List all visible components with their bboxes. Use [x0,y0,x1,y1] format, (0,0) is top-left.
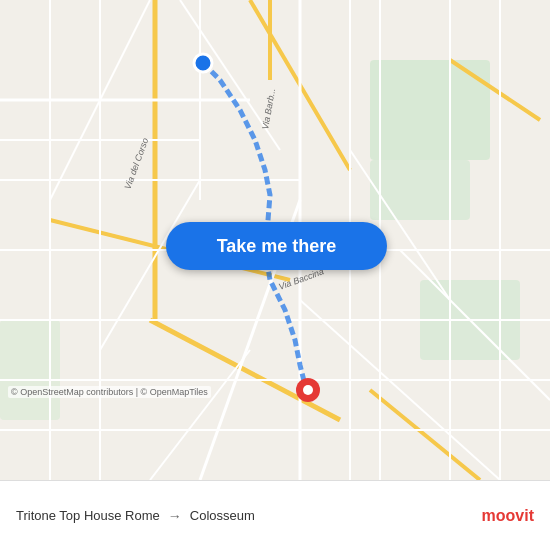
svg-text:Via del Corso: Via del Corso [122,137,150,191]
svg-text:Via Barb...: Via Barb... [260,87,277,130]
svg-line-11 [150,320,340,420]
map-label: Guja [230,20,251,31]
footer-destination: Colosseum [190,508,255,523]
map-label: OVS [230,45,251,56]
map-label: Melluso [210,55,244,66]
map-label: Upim [475,160,498,171]
map-label: Sidis [365,130,387,141]
map-label: Desigual [355,90,394,101]
svg-line-6 [250,0,350,170]
map-label: Kiko [160,5,179,16]
map-label: Palazzo Venezia [85,225,159,236]
svg-text:Via Baccina: Via Baccina [277,266,325,292]
svg-line-9 [370,390,480,480]
map-label: Colosseo [330,400,380,412]
copyright-text: © OpenStreetMap contributors | © OpenMap… [8,386,211,398]
svg-line-27 [50,0,150,200]
map-label: Gatti [60,270,81,281]
svg-rect-1 [370,60,490,160]
map-label: Blue Sand [350,20,396,31]
map-label: Venezia [80,248,116,259]
map-label: Roma [105,295,136,307]
map-label: Portico d'Ottavia [52,330,125,341]
map-label: Via in Selci [415,275,464,286]
svg-rect-4 [0,320,60,420]
map-label: Santi Cosma e Damiano [218,360,326,371]
map-label: Oceania [435,40,472,51]
map-label: LasaGnaM Colosseo [265,315,358,326]
map-label: Istituto Italiano di numismatica [380,25,514,36]
map-label: Mosè [360,310,384,321]
footer-origin: Tritone Top House Rome [16,508,160,523]
svg-rect-3 [420,280,520,360]
map-label: Pontificia Università Gregoriana [155,125,296,136]
map-label: Reliquia di San Giovanni Battista [55,42,201,53]
map-label: Piazza del Campidoglio [100,310,205,321]
map-label: ta sudans [310,418,353,429]
map-label: Stilo [405,140,424,151]
svg-line-31 [400,250,550,400]
map-label: Edicol... [510,28,546,39]
map-label: Geri sas [430,150,467,161]
map-label: Via Mecenate [460,380,521,391]
svg-line-34 [180,0,280,150]
map-label: Basilica Iulia [150,355,206,366]
map-label: Via Principe A... [450,105,520,116]
take-me-there-label: Take me there [217,236,337,257]
map-label: Sepno [195,40,224,51]
map-label: Crypto Balbi [50,285,104,296]
map-label: Templi dell'Area Sacra di [55,410,165,421]
map-label: Term... [510,65,541,76]
moovit-logo: moovit [482,507,534,525]
svg-point-35 [194,54,212,72]
map-label: Teatro di Marcello [52,350,131,361]
svg-point-37 [303,385,313,395]
map-label: Fontana di Trevi [130,96,202,107]
map-label: Coco Caffe [350,328,400,339]
map-label: Forum Nervae [180,308,244,319]
map-label: L'Erbolario [225,65,273,76]
footer-arrow-icon: → [168,508,182,524]
map-label: Coop [260,46,284,57]
map-label: Il Fuoco della fotografia [430,168,534,179]
map-label: Fincato [25,105,58,116]
map-label: Anglo American Bookshop [175,20,292,31]
map-label: McDonald's [210,5,262,16]
map-label: Tabacchi [490,50,529,61]
map-label: Copy point [38,298,86,309]
map-label: Terminl [500,100,532,111]
svg-line-32 [150,350,250,480]
map-label: Lazio Shop [455,140,505,151]
map-label: Palazzo G... [160,165,214,176]
map-label: Colos [305,370,331,381]
svg-point-36 [296,378,320,402]
footer-route: Tritone Top House Rome → Colosseum [16,508,482,524]
map-label: Via Torino [415,90,459,101]
moovit-brand-text: moovit [482,507,534,525]
svg-rect-2 [370,160,470,220]
map-label: Poste Italiane [272,298,333,309]
footer: Tritone Top House Rome → Colosseum moovi… [0,480,550,550]
map-label: Viale del Monte Oppio [400,340,498,351]
map-label: Via Napoli [390,75,435,86]
map-label: Basilica di Santa Maria Nova [245,378,373,389]
map-label: Sabry [345,115,371,126]
map-label: otter Shop [38,310,84,321]
map-label: Barberini [290,15,330,26]
map-label: Palazzo Doria Pamphilj [100,195,203,206]
map-label: Articoli Religiosi [138,110,209,121]
map-label: Via Labicana [415,415,473,426]
map-label: Cratere Colossale [490,48,550,59]
map-label: Guardia di Finanza - Nucleo di Polizia T… [425,185,550,196]
map-container: Via del Corso Via Barb... Via Baccina Ba… [0,0,550,480]
map-label: Casina esedra Repubblica [460,35,550,46]
take-me-there-button[interactable]: Take me there [166,222,387,270]
map-label: Seminario diocese [45,185,127,196]
map-label: La Rinascente [75,80,139,91]
map-label: Libraccio [445,65,485,76]
svg-line-33 [300,300,500,480]
map-label: Cartolerla [465,10,508,21]
svg-line-8 [450,60,540,120]
map-label: The G... [188,198,224,209]
map-label: Biblioteca Casanatense [55,155,160,166]
